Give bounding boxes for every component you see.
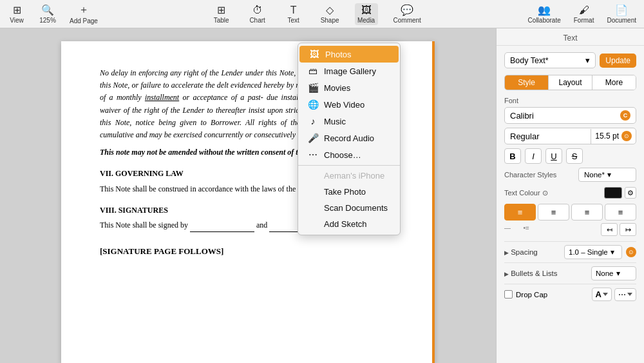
font-name-value: Calibri — [510, 111, 534, 121]
menu-item-movies[interactable]: 🎬 Movies — [298, 79, 400, 96]
shape-button[interactable]: ◇ Shape — [318, 3, 342, 25]
indent-decrease-button[interactable]: ↤ — [601, 223, 618, 236]
text-colour-label: Text Colour ⊙ — [504, 189, 548, 197]
image-gallery-icon: 🗃 — [307, 66, 319, 76]
text-button[interactable]: T Text — [282, 3, 305, 25]
menu-item-scan-documents[interactable]: Scan Documents — [298, 200, 400, 216]
menu-divider — [298, 165, 400, 166]
align-center-button[interactable]: ≡ — [538, 204, 569, 221]
drop-cap-options-button[interactable]: ⋯ — [614, 288, 636, 301]
font-style-dropdown[interactable]: Regular — [505, 129, 591, 144]
align-left-button[interactable]: ≡ — [504, 204, 536, 221]
collaborate-button[interactable]: 👥 Collaborate — [526, 3, 564, 25]
menu-item-image-gallery[interactable]: 🗃 Image Gallery — [298, 63, 400, 79]
document-button[interactable]: 📄 Document — [604, 3, 639, 25]
view-button[interactable]: ⊞ View — [5, 3, 28, 25]
strikethrough-button[interactable]: S — [566, 148, 583, 164]
menu-item-choose[interactable]: ⋯ Choose… — [298, 146, 400, 163]
spacing-options-icon[interactable]: ⊙ — [626, 247, 636, 257]
toolbar-right: 👥 Collaborate 🖌 Format 📄 Document — [526, 3, 639, 25]
format-icon: 🖌 — [579, 5, 589, 16]
menu-item-record-audio[interactable]: 🎤 Record Audio — [298, 130, 400, 146]
panel-tabs: Style Layout More — [504, 75, 636, 90]
drop-cap-buttons: A ⋯ — [592, 288, 636, 301]
alignment-row: ≡ ≡ ≡ ≡ — [504, 204, 636, 221]
media-button[interactable]: 🖼 Media — [355, 3, 378, 25]
format-buttons-row: B I U S — [504, 148, 636, 164]
indent-left-area: — •≡ — [504, 223, 583, 236]
italic-button[interactable]: I — [525, 148, 542, 164]
bold-button[interactable]: B — [504, 148, 521, 164]
char-styles-chevron: ▾ — [607, 170, 611, 179]
media-icon: 🖼 — [361, 5, 372, 16]
font-options-icon[interactable]: C — [620, 110, 630, 121]
menu-item-take-photo[interactable]: Take Photo — [298, 184, 400, 200]
view-icon: ⊞ — [13, 4, 21, 16]
char-styles-dropdown[interactable]: None* ▾ — [578, 168, 636, 182]
text-icon: T — [290, 5, 297, 16]
align-justify-button[interactable]: ≡ — [605, 204, 636, 221]
add-page-button[interactable]: ＋ Add Page — [67, 2, 100, 26]
bullets-row[interactable]: ▶ Bullets & Lists None ▾ — [504, 262, 636, 284]
menu-item-web-video[interactable]: 🌐 Web Video — [298, 96, 400, 113]
spacing-dropdown[interactable]: 1.0 – Single ▾ — [564, 245, 622, 259]
spacing-label: ▶ Spacing — [504, 248, 538, 256]
document-icon: 📄 — [615, 4, 628, 16]
menu-item-photos[interactable]: 🖼 Photos — [299, 46, 399, 63]
menu-item-aemans-iphone: Aeman's iPhone — [298, 168, 400, 184]
drop-cap-style-button[interactable]: A — [592, 288, 612, 301]
font-size-value: 15.5 pt — [595, 132, 619, 141]
bullets-triangle: ▶ — [504, 271, 509, 277]
bullets-chevron: ▾ — [616, 269, 620, 278]
tab-more[interactable]: More — [592, 75, 636, 90]
spacing-value-row: 1.0 – Single ▾ ⊙ — [564, 245, 636, 259]
media-dropdown-menu: 🖼 Photos 🗃 Image Gallery 🎬 Movies 🌐 Web … — [298, 43, 401, 235]
bullets-label: ▶ Bullets & Lists — [504, 270, 557, 277]
update-button[interactable]: Update — [600, 54, 636, 68]
music-icon: ♪ — [307, 116, 319, 126]
chart-button[interactable]: ⏱ Chart — [246, 3, 269, 25]
character-styles-row: Character Styles None* ▾ — [504, 168, 636, 182]
shape-icon: ◇ — [326, 4, 334, 16]
font-style-row: Regular 15.5 pt ⊙ — [504, 128, 636, 144]
colour-swatch[interactable] — [604, 187, 622, 199]
toolbar-left: ⊞ View 🔍 125% ＋ Add Page — [5, 2, 108, 26]
colour-swatch-row: ⚙ — [604, 187, 636, 199]
zoom-button[interactable]: 🔍 125% — [36, 3, 59, 25]
indent-row: — •≡ ↤ ↦ — [504, 223, 636, 236]
movies-icon: 🎬 — [307, 83, 319, 93]
text-colour-row: Text Colour ⊙ ⚙ — [504, 187, 636, 199]
char-styles-label: Character Styles — [504, 171, 556, 179]
drop-cap-row: Drop Cap A ⋯ — [504, 284, 636, 304]
style-name-row: Body Text* ▾ Update — [504, 52, 636, 68]
menu-item-add-sketch[interactable]: Add Sketch — [298, 216, 400, 232]
spacing-row[interactable]: ▶ Spacing 1.0 – Single ▾ ⊙ — [504, 241, 636, 262]
colour-gear-icon[interactable]: ⚙ — [625, 187, 636, 199]
indent-spacing-label: — •≡ — [504, 223, 583, 233]
tab-style[interactable]: Style — [505, 75, 549, 90]
zoom-icon: 🔍 — [41, 4, 54, 16]
signature-page-label: [SIGNATURE PAGE FOLLOWS] — [100, 245, 396, 259]
choose-icon: ⋯ — [307, 150, 319, 160]
table-icon: ⊞ — [217, 4, 225, 16]
tab-layout[interactable]: Layout — [549, 75, 592, 90]
chart-icon: ⏱ — [252, 5, 263, 16]
style-dropdown[interactable]: Body Text* ▾ — [504, 52, 596, 68]
font-name-row[interactable]: Calibri C — [504, 107, 636, 124]
drop-cap-options-icon: ⋯ — [618, 290, 626, 299]
web-video-icon: 🌐 — [307, 99, 319, 110]
align-right-button[interactable]: ≡ — [571, 204, 603, 221]
table-button[interactable]: ⊞ Table — [210, 3, 233, 25]
underline-button[interactable]: U — [545, 148, 562, 164]
document-area: No delay in enforcing any right of the L… — [0, 28, 496, 363]
comment-button[interactable]: 💬 Comment — [391, 3, 424, 25]
font-size-stepper[interactable]: ⊙ — [621, 131, 632, 141]
drop-cap-checkbox-row[interactable]: Drop Cap — [504, 290, 547, 299]
menu-item-music[interactable]: ♪ Music — [298, 113, 400, 130]
spacing-triangle: ▶ — [504, 250, 509, 256]
format-button[interactable]: 🖌 Format — [571, 3, 597, 25]
indent-increase-button[interactable]: ↦ — [620, 223, 636, 236]
bullets-dropdown[interactable]: None ▾ — [591, 266, 636, 280]
orange-bar — [432, 41, 435, 363]
drop-cap-checkbox[interactable] — [504, 290, 513, 299]
